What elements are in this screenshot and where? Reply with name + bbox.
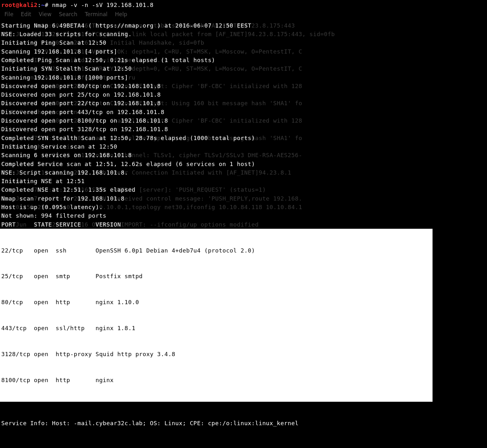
- output-line: Completed Service scan at 12:51, 12.62s …: [1, 161, 255, 167]
- output-line: [1, 445, 486, 448]
- menubar-ghost: File Edit View Search Terminal Help: [1, 10, 486, 21]
- output-line: Completed SYN Stealth Scan at 12:50, 28.…: [1, 135, 255, 141]
- output-line: Discovered open port 22/tcp on 192.168.1…: [1, 100, 161, 106]
- prompt-user-host: root@kali2: [1, 2, 38, 8]
- output-line: Discovered open port 25/tcp on 192.168.1…: [1, 91, 161, 98]
- port-row: 3128/tcp open http-proxy Squid http prox…: [1, 350, 431, 358]
- output-line: Initiating Service scan at 12:50: [1, 143, 117, 150]
- terminal-window[interactable]: root@kali2:~# nmap -v -n -sV 192.168.101…: [0, 0, 487, 448]
- output-line: NSE: Script scanning 192.168.101.8.: [1, 169, 128, 176]
- output-line: Initiating Ping Scan at 12:50: [1, 39, 106, 46]
- output-line: Completed NSE at 12:51, 1.35s elapsed: [1, 186, 136, 193]
- output-line: Discovered open port 8100/tcp on 192.168…: [1, 117, 168, 124]
- output-line: Service Info: Host: -mail.cybear32c.lab;…: [1, 419, 486, 427]
- port-row: 25/tcp open smtp Postfix smtpd: [1, 272, 431, 280]
- output-line: Host is up (0.095s latency).: [1, 204, 103, 210]
- output-line: Discovered open port 80/tcp on 192.168.1…: [1, 83, 161, 89]
- menu-view[interactable]: View: [39, 11, 51, 17]
- open-ports-table: 22/tcp open ssh OpenSSH 6.0p1 Debian 4+d…: [0, 229, 433, 402]
- port-table-header: PORT STATE SERVICE VERSION: [1, 221, 121, 228]
- prompt-line: root@kali2:~# nmap -v -n -sV 192.168.101…: [1, 1, 486, 9]
- output-line: Scanning 192.168.101.8 [4 ports]: [1, 48, 117, 55]
- output-line: NSE: Loaded 33 scripts for scanning.: [1, 31, 132, 37]
- output-line: Initiating NSE at 12:51: [1, 178, 85, 184]
- prompt-colon: :: [38, 2, 41, 8]
- menu-search[interactable]: Search: [59, 11, 77, 17]
- nmap-footer-block: Service Info: Host: -mail.cybear32c.lab;…: [1, 402, 486, 448]
- output-line: Discovered open port 443/tcp on 192.168.…: [1, 109, 164, 115]
- output-line: Not shown: 994 filtered ports: [1, 212, 106, 219]
- port-row: 22/tcp open ssh OpenSSH 6.0p1 Debian 4+d…: [1, 246, 431, 255]
- output-line: Completed Ping Scan at 12:50, 0.21s elap…: [1, 57, 215, 63]
- nmap-output-block: Tue Jun 7 19:20:25 2016 TCP connection e…: [1, 21, 486, 229]
- output-line: Discovered open port 3128/tcp on 192.168…: [1, 126, 168, 132]
- output-line: Scanning 192.168.101.8 [1000 ports]: [1, 74, 128, 81]
- output-line: Nmap scan report for 192.168.101.8: [1, 195, 124, 202]
- port-row: 443/tcp open ssl/http nginx 1.8.1: [1, 324, 431, 332]
- output-line: Starting Nmap 6.49BETA4 ( https://nmap.o…: [1, 22, 251, 29]
- port-row: 8100/tcp open http nginx: [1, 376, 431, 384]
- menu-terminal[interactable]: Terminal: [85, 11, 108, 17]
- menu-edit[interactable]: Edit: [21, 11, 31, 17]
- prompt-cwd: ~: [41, 2, 45, 8]
- command-text[interactable]: nmap -v -n -sV 192.168.101.8: [48, 2, 154, 8]
- port-row: 80/tcp open http nginx 1.10.0: [1, 298, 431, 306]
- menu-file[interactable]: File: [4, 11, 13, 17]
- prompt-hash: #: [45, 2, 48, 8]
- output-line: Scanning 6 services on 192.168.101.8: [1, 152, 132, 158]
- menu-help[interactable]: Help: [115, 11, 127, 17]
- output-line: Initiating SYN Stealth Scan at 12:50: [1, 65, 132, 72]
